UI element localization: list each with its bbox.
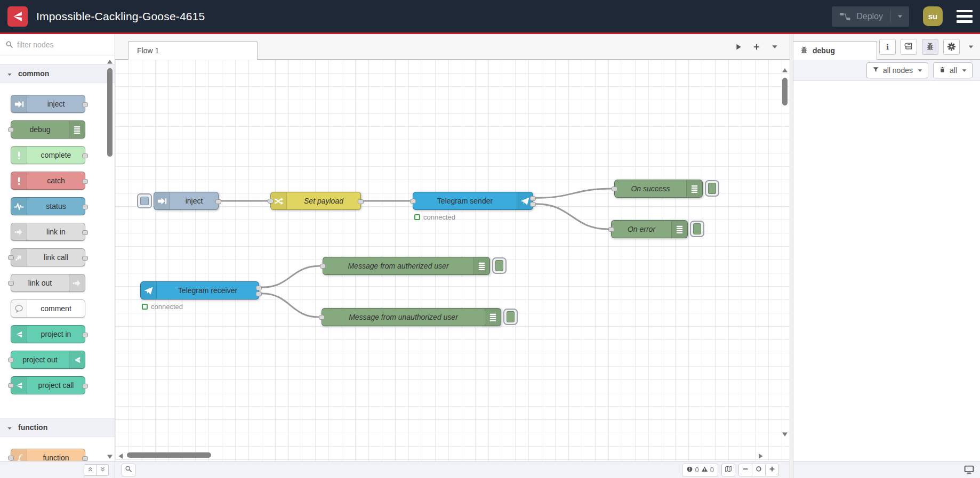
debug-toggle-button[interactable] <box>492 257 507 274</box>
palette-node-debug[interactable]: debug <box>11 120 85 139</box>
node-output-port[interactable] <box>82 256 88 261</box>
node-input-port[interactable] <box>268 199 274 204</box>
canvas-vscrollbar-thumb[interactable] <box>782 78 788 106</box>
canvas-search-button[interactable] <box>122 464 135 476</box>
node-output-port[interactable] <box>82 384 88 388</box>
debug-toggle-button[interactable] <box>503 309 518 325</box>
node-output-port[interactable] <box>82 205 88 209</box>
sidebar-tab-button-help[interactable] <box>901 39 917 55</box>
notification-counts[interactable]: 0 0 <box>682 464 718 476</box>
flow-list-chevron-button[interactable] <box>770 43 779 51</box>
node-output-port[interactable] <box>358 199 364 204</box>
node-output-port[interactable] <box>82 179 88 184</box>
palette-scrollbar-thumb[interactable] <box>107 68 113 157</box>
flow-node-inject[interactable]: inject <box>154 192 219 210</box>
node-input-port[interactable] <box>8 383 14 388</box>
zoom-in-button[interactable] <box>765 464 779 476</box>
node-input-port[interactable] <box>8 281 14 286</box>
node-input-port[interactable] <box>320 264 326 269</box>
sidebar-tab-button-config[interactable] <box>943 39 960 55</box>
node-input-port[interactable] <box>8 127 14 132</box>
node-input-port[interactable] <box>410 199 416 204</box>
flow-node-msgunauth[interactable]: Message from unauthorized user <box>322 308 501 326</box>
palette-search-input[interactable] <box>17 40 97 49</box>
flow-node-receiver[interactable]: Telegram receiver <box>140 281 259 299</box>
palette-node-link-in[interactable]: link in <box>11 223 85 241</box>
wire-receiver-to-msgauth[interactable] <box>262 266 320 287</box>
flow-canvas[interactable]: injectSet payloadTelegram senderconnecte… <box>115 60 790 461</box>
debug-toggle-button[interactable] <box>690 221 704 237</box>
palette-node-function[interactable]: ffunction <box>11 449 85 461</box>
flow-node-onsuccess[interactable]: On success <box>614 180 703 198</box>
wire-receiver-to-msgunauth[interactable] <box>262 294 319 317</box>
sidebar-tab-button-debug[interactable] <box>922 39 938 55</box>
node-output-port[interactable] <box>256 291 262 296</box>
palette-search[interactable] <box>0 34 115 55</box>
expand-tabs-button[interactable] <box>734 43 743 51</box>
palette-node-project-out[interactable]: project out <box>11 351 85 369</box>
scroll-up-icon[interactable] <box>107 58 113 64</box>
canvas-vscrollbar[interactable] <box>781 60 789 449</box>
palette-scrollbar[interactable] <box>107 58 113 459</box>
node-input-port[interactable] <box>612 187 617 191</box>
node-output-port[interactable] <box>530 202 536 207</box>
add-flow-button[interactable] <box>752 43 761 51</box>
sidebar-tab-button-info[interactable]: i <box>879 39 896 55</box>
scroll-down-icon[interactable] <box>107 452 113 459</box>
debug-toggle-button[interactable] <box>705 180 719 197</box>
main-menu-button[interactable] <box>957 10 973 23</box>
debug-filter-button[interactable]: all nodes <box>866 62 928 78</box>
node-output-port[interactable] <box>256 286 262 290</box>
event-log-button[interactable] <box>963 464 975 475</box>
canvas-scroll-left-icon[interactable] <box>117 452 124 458</box>
node-output-port[interactable] <box>82 456 88 461</box>
flow-node-onerror[interactable]: On error <box>611 220 688 238</box>
palette-node-link-call[interactable]: link call <box>11 248 85 266</box>
palette-category-header[interactable]: function <box>0 418 115 437</box>
tab-flow-1[interactable]: Flow 1 <box>128 41 258 60</box>
node-output-port[interactable] <box>82 333 88 337</box>
debug-clear-button[interactable]: all <box>933 62 973 78</box>
zoom-reset-button[interactable] <box>752 464 766 476</box>
palette-category-header[interactable]: common <box>0 64 115 83</box>
wire-sender-to-onsuccess[interactable] <box>536 189 612 198</box>
flow-node-msgauth[interactable]: Message from autherized user <box>323 257 490 275</box>
canvas-scroll-down-icon[interactable] <box>782 430 788 436</box>
inject-run-button[interactable] <box>137 193 152 208</box>
sidebar-menu-chevron[interactable] <box>967 43 975 51</box>
flow-node-setpayload[interactable]: Set payload <box>270 192 361 210</box>
palette-collapse-all-button[interactable] <box>84 464 97 476</box>
user-avatar[interactable]: su <box>923 6 943 26</box>
tab-debug[interactable]: debug <box>793 41 877 60</box>
palette-node-complete[interactable]: complete <box>11 146 85 164</box>
flow-node-sender[interactable]: Telegram sender <box>413 192 533 210</box>
sidebar-splitter[interactable] <box>790 34 793 478</box>
node-output-port[interactable] <box>82 153 88 158</box>
canvas-scroll-up-icon[interactable] <box>782 66 788 72</box>
deploy-button[interactable]: Deploy <box>832 6 909 27</box>
canvas-hscrollbar[interactable] <box>115 451 779 459</box>
palette-node-comment[interactable]: comment <box>11 299 85 318</box>
palette-node-project-in[interactable]: project in <box>11 325 85 343</box>
node-input-port[interactable] <box>8 255 14 260</box>
node-input-port[interactable] <box>319 315 325 320</box>
node-output-port[interactable] <box>82 230 88 235</box>
palette-node-project-call[interactable]: project call <box>11 376 85 394</box>
palette-node-status[interactable]: status <box>11 197 85 215</box>
node-output-port[interactable] <box>215 199 221 204</box>
node-input-port[interactable] <box>608 227 614 232</box>
canvas-scroll-right-icon[interactable] <box>758 452 764 458</box>
node-input-port[interactable] <box>8 456 14 460</box>
node-input-port[interactable] <box>8 358 14 362</box>
node-output-port[interactable] <box>530 196 536 201</box>
navigator-button[interactable] <box>721 464 735 476</box>
canvas-hscrollbar-thumb[interactable] <box>127 452 211 458</box>
palette-node-link-out[interactable]: link out <box>11 274 85 292</box>
palette-node-inject[interactable]: inject <box>11 95 85 113</box>
node-output-port[interactable] <box>82 102 88 107</box>
palette-node-catch[interactable]: catch <box>11 172 85 190</box>
zoom-out-button[interactable] <box>738 464 752 476</box>
palette-expand-all-button[interactable] <box>96 464 109 476</box>
deploy-options-chevron-icon[interactable] <box>896 13 904 20</box>
wire-sender-to-onerror[interactable] <box>536 204 608 229</box>
